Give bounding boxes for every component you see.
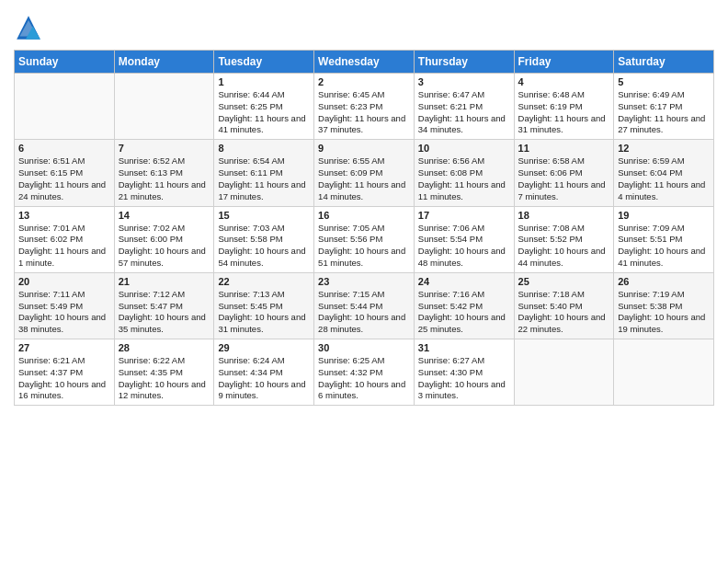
calendar-cell: 21Sunrise: 7:12 AM Sunset: 5:47 PM Dayli… bbox=[114, 272, 214, 339]
calendar-cell: 5Sunrise: 6:49 AM Sunset: 6:17 PM Daylig… bbox=[614, 74, 714, 140]
day-number: 29 bbox=[218, 342, 310, 353]
day-number: 15 bbox=[218, 210, 310, 221]
day-info: Sunrise: 6:44 AM Sunset: 6:25 PM Dayligh… bbox=[218, 89, 310, 136]
calendar-header-row: SundayMondayTuesdayWednesdayThursdayFrid… bbox=[15, 51, 714, 74]
day-info: Sunrise: 6:22 AM Sunset: 4:35 PM Dayligh… bbox=[119, 355, 210, 402]
calendar-day-header: Friday bbox=[514, 51, 614, 74]
calendar-week-row: 1Sunrise: 6:44 AM Sunset: 6:25 PM Daylig… bbox=[15, 74, 714, 140]
day-number: 28 bbox=[119, 342, 210, 353]
calendar-cell: 15Sunrise: 7:03 AM Sunset: 5:58 PM Dayli… bbox=[214, 206, 314, 272]
calendar-table: SundayMondayTuesdayWednesdayThursdayFrid… bbox=[14, 50, 714, 406]
day-info: Sunrise: 6:48 AM Sunset: 6:19 PM Dayligh… bbox=[518, 89, 610, 136]
day-info: Sunrise: 7:09 AM Sunset: 5:51 PM Dayligh… bbox=[618, 223, 710, 270]
day-info: Sunrise: 7:12 AM Sunset: 5:47 PM Dayligh… bbox=[119, 289, 210, 336]
day-number: 18 bbox=[518, 210, 610, 221]
calendar-day-header: Saturday bbox=[614, 51, 714, 74]
day-info: Sunrise: 6:56 AM Sunset: 6:08 PM Dayligh… bbox=[418, 155, 510, 202]
day-number: 13 bbox=[18, 210, 110, 221]
day-info: Sunrise: 7:19 AM Sunset: 5:38 PM Dayligh… bbox=[618, 289, 710, 336]
day-number: 20 bbox=[18, 276, 110, 287]
calendar-cell: 31Sunrise: 6:27 AM Sunset: 4:30 PM Dayli… bbox=[414, 339, 514, 406]
day-number: 22 bbox=[218, 276, 310, 287]
day-info: Sunrise: 7:16 AM Sunset: 5:42 PM Dayligh… bbox=[418, 289, 510, 336]
calendar-cell: 14Sunrise: 7:02 AM Sunset: 6:00 PM Dayli… bbox=[114, 206, 214, 272]
calendar-cell: 4Sunrise: 6:48 AM Sunset: 6:19 PM Daylig… bbox=[514, 74, 614, 140]
calendar-cell: 11Sunrise: 6:58 AM Sunset: 6:06 PM Dayli… bbox=[514, 140, 614, 206]
day-number: 17 bbox=[418, 210, 510, 221]
calendar-cell: 16Sunrise: 7:05 AM Sunset: 5:56 PM Dayli… bbox=[314, 206, 415, 272]
day-number: 8 bbox=[218, 143, 310, 154]
day-number: 5 bbox=[618, 76, 710, 87]
day-number: 26 bbox=[618, 276, 710, 287]
calendar-cell: 20Sunrise: 7:11 AM Sunset: 5:49 PM Dayli… bbox=[15, 272, 115, 339]
logo bbox=[14, 13, 47, 42]
calendar-cell: 26Sunrise: 7:19 AM Sunset: 5:38 PM Dayli… bbox=[614, 272, 714, 339]
day-info: Sunrise: 6:21 AM Sunset: 4:37 PM Dayligh… bbox=[18, 355, 110, 402]
calendar-cell: 17Sunrise: 7:06 AM Sunset: 5:54 PM Dayli… bbox=[414, 206, 514, 272]
logo-icon bbox=[14, 13, 43, 42]
calendar-cell: 6Sunrise: 6:51 AM Sunset: 6:15 PM Daylig… bbox=[15, 140, 115, 206]
calendar-cell bbox=[514, 339, 614, 406]
calendar-cell: 23Sunrise: 7:15 AM Sunset: 5:44 PM Dayli… bbox=[314, 272, 415, 339]
day-info: Sunrise: 7:08 AM Sunset: 5:52 PM Dayligh… bbox=[518, 223, 610, 270]
day-info: Sunrise: 7:06 AM Sunset: 5:54 PM Dayligh… bbox=[418, 223, 510, 270]
calendar-week-row: 20Sunrise: 7:11 AM Sunset: 5:49 PM Dayli… bbox=[15, 272, 714, 339]
calendar-cell: 25Sunrise: 7:18 AM Sunset: 5:40 PM Dayli… bbox=[514, 272, 614, 339]
calendar-cell: 2Sunrise: 6:45 AM Sunset: 6:23 PM Daylig… bbox=[314, 74, 415, 140]
day-info: Sunrise: 7:05 AM Sunset: 5:56 PM Dayligh… bbox=[318, 223, 410, 270]
calendar-cell: 12Sunrise: 6:59 AM Sunset: 6:04 PM Dayli… bbox=[614, 140, 714, 206]
day-number: 4 bbox=[518, 76, 610, 87]
calendar-cell: 9Sunrise: 6:55 AM Sunset: 6:09 PM Daylig… bbox=[314, 140, 415, 206]
day-info: Sunrise: 6:45 AM Sunset: 6:23 PM Dayligh… bbox=[318, 89, 410, 136]
header bbox=[14, 9, 714, 42]
day-number: 10 bbox=[418, 143, 510, 154]
day-info: Sunrise: 6:27 AM Sunset: 4:30 PM Dayligh… bbox=[418, 355, 510, 402]
day-info: Sunrise: 6:47 AM Sunset: 6:21 PM Dayligh… bbox=[418, 89, 510, 136]
calendar-cell: 8Sunrise: 6:54 AM Sunset: 6:11 PM Daylig… bbox=[214, 140, 314, 206]
calendar-day-header: Tuesday bbox=[214, 51, 314, 74]
calendar-cell: 30Sunrise: 6:25 AM Sunset: 4:32 PM Dayli… bbox=[314, 339, 415, 406]
calendar-cell: 29Sunrise: 6:24 AM Sunset: 4:34 PM Dayli… bbox=[214, 339, 314, 406]
calendar-day-header: Wednesday bbox=[314, 51, 415, 74]
day-number: 7 bbox=[119, 143, 210, 154]
day-info: Sunrise: 7:13 AM Sunset: 5:45 PM Dayligh… bbox=[218, 289, 310, 336]
calendar-cell: 22Sunrise: 7:13 AM Sunset: 5:45 PM Dayli… bbox=[214, 272, 314, 339]
day-info: Sunrise: 7:18 AM Sunset: 5:40 PM Dayligh… bbox=[518, 289, 610, 336]
page: SundayMondayTuesdayWednesdayThursdayFrid… bbox=[0, 0, 728, 563]
calendar-day-header: Monday bbox=[114, 51, 214, 74]
day-number: 27 bbox=[18, 342, 110, 353]
day-info: Sunrise: 6:25 AM Sunset: 4:32 PM Dayligh… bbox=[318, 355, 410, 402]
day-number: 9 bbox=[318, 143, 410, 154]
day-number: 24 bbox=[418, 276, 510, 287]
day-info: Sunrise: 6:58 AM Sunset: 6:06 PM Dayligh… bbox=[518, 155, 610, 202]
day-number: 11 bbox=[518, 143, 610, 154]
day-number: 23 bbox=[318, 276, 410, 287]
day-number: 16 bbox=[318, 210, 410, 221]
day-info: Sunrise: 7:01 AM Sunset: 6:02 PM Dayligh… bbox=[18, 223, 110, 270]
day-info: Sunrise: 6:59 AM Sunset: 6:04 PM Dayligh… bbox=[618, 155, 710, 202]
day-number: 21 bbox=[119, 276, 210, 287]
day-number: 6 bbox=[18, 143, 110, 154]
calendar-cell: 28Sunrise: 6:22 AM Sunset: 4:35 PM Dayli… bbox=[114, 339, 214, 406]
calendar-week-row: 27Sunrise: 6:21 AM Sunset: 4:37 PM Dayli… bbox=[15, 339, 714, 406]
day-info: Sunrise: 7:03 AM Sunset: 5:58 PM Dayligh… bbox=[218, 223, 310, 270]
day-info: Sunrise: 6:24 AM Sunset: 4:34 PM Dayligh… bbox=[218, 355, 310, 402]
calendar-cell: 24Sunrise: 7:16 AM Sunset: 5:42 PM Dayli… bbox=[414, 272, 514, 339]
day-info: Sunrise: 6:55 AM Sunset: 6:09 PM Dayligh… bbox=[318, 155, 410, 202]
day-number: 3 bbox=[418, 76, 510, 87]
calendar-cell: 10Sunrise: 6:56 AM Sunset: 6:08 PM Dayli… bbox=[414, 140, 514, 206]
calendar-day-header: Sunday bbox=[15, 51, 115, 74]
calendar-cell: 18Sunrise: 7:08 AM Sunset: 5:52 PM Dayli… bbox=[514, 206, 614, 272]
day-number: 14 bbox=[119, 210, 210, 221]
calendar-day-header: Thursday bbox=[414, 51, 514, 74]
calendar-cell: 7Sunrise: 6:52 AM Sunset: 6:13 PM Daylig… bbox=[114, 140, 214, 206]
calendar-cell: 1Sunrise: 6:44 AM Sunset: 6:25 PM Daylig… bbox=[214, 74, 314, 140]
day-info: Sunrise: 6:54 AM Sunset: 6:11 PM Dayligh… bbox=[218, 155, 310, 202]
calendar-cell bbox=[15, 74, 115, 140]
calendar-cell: 13Sunrise: 7:01 AM Sunset: 6:02 PM Dayli… bbox=[15, 206, 115, 272]
calendar-cell bbox=[114, 74, 214, 140]
day-number: 2 bbox=[318, 76, 410, 87]
day-number: 30 bbox=[318, 342, 410, 353]
day-info: Sunrise: 6:49 AM Sunset: 6:17 PM Dayligh… bbox=[618, 89, 710, 136]
day-number: 12 bbox=[618, 143, 710, 154]
